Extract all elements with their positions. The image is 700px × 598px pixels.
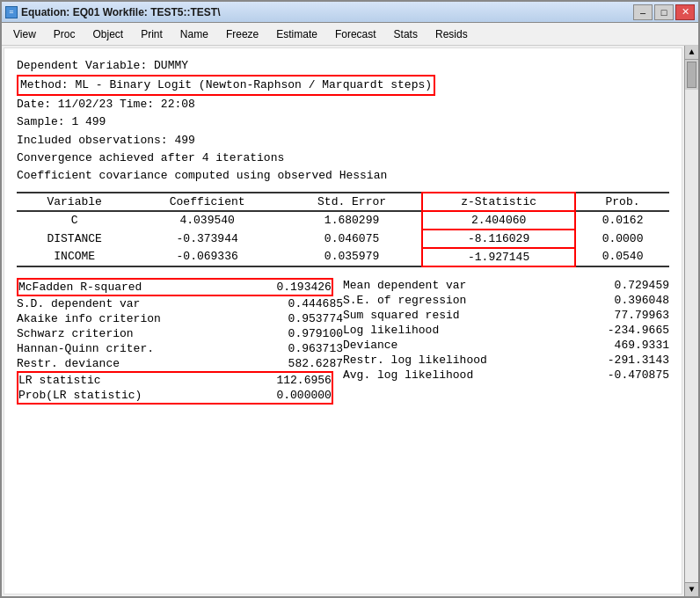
restr-dev-row: Restr. deviance 582.6287 — [17, 356, 343, 371]
mean-dep-label: Mean dependent var — [343, 279, 590, 292]
menu-bar: ViewProcObjectPrintNameFreezeEstimateFor… — [2, 23, 698, 46]
title-bar-left: = Equation: EQ01 Workfile: TEST5::TEST\ — [5, 6, 220, 18]
schwarz-row: Schwarz criterion 0.979100 — [17, 326, 343, 341]
var-c: C — [17, 211, 132, 230]
log-like-row: Log likelihood -234.9665 — [343, 323, 669, 338]
table-header-row: Variable Coefficient Std. Error z-Statis… — [17, 193, 669, 211]
menu-item-freeze[interactable]: Freeze — [218, 26, 266, 43]
sum-sq-row: Sum squared resid 77.79963 — [343, 308, 669, 323]
restr-log-row: Restr. log likelihood -291.3143 — [343, 353, 669, 368]
content-wrapper: Dependent Variable: DUMMY Method: ML - B… — [2, 46, 698, 596]
sd-dep-var-row: S.D. dependent var 0.444685 — [17, 296, 343, 311]
menu-item-proc[interactable]: Proc — [46, 26, 84, 43]
log-like-label: Log likelihood — [343, 324, 590, 337]
scroll-down-button[interactable]: ▼ — [685, 582, 698, 596]
sample-line: Sample: 1 499 — [17, 113, 669, 131]
sd-dep-value: 0.444685 — [264, 297, 343, 310]
hq-label: Hannan-Quinn criter. — [17, 342, 264, 355]
lr-stat-value: 112.6956 — [252, 374, 332, 387]
akaike-row: Akaike info criterion 0.953774 — [17, 311, 343, 326]
menu-item-view[interactable]: View — [5, 26, 44, 43]
mcfadden-value: 0.193426 — [252, 281, 332, 294]
lr-box: LR statistic 112.6956 Prob(LR statistic)… — [17, 371, 333, 405]
method-box: Method: ML - Binary Logit (Newton-Raphso… — [17, 75, 435, 96]
prob-lr-value: 0.000000 — [252, 389, 332, 402]
avg-log-value: -0.470875 — [590, 368, 669, 382]
se-reg-value: 0.396048 — [590, 294, 669, 307]
menu-item-estimate[interactable]: Estimate — [268, 26, 325, 43]
scrollbar-thumb[interactable] — [687, 62, 696, 88]
window-icon: = — [5, 6, 18, 18]
main-content: Dependent Variable: DUMMY Method: ML - B… — [4, 47, 682, 594]
sd-dep-label: S.D. dependent var — [17, 297, 264, 310]
se-reg-label: S.E. of regression — [343, 294, 590, 307]
zstat-income: -1.927145 — [422, 248, 575, 266]
hq-row: Hannan-Quinn criter. 0.963713 — [17, 341, 343, 356]
table-row: C 4.039540 1.680299 2.404060 0.0162 — [17, 211, 669, 230]
deviance-value: 469.9331 — [590, 339, 669, 352]
bottom-right: Mean dependent var 0.729459 S.E. of regr… — [343, 278, 669, 405]
close-button[interactable]: ✕ — [675, 4, 695, 20]
prob-distance: 0.0000 — [575, 230, 669, 248]
col-coefficient: Coefficient — [132, 193, 282, 211]
avg-log-label: Avg. log likelihood — [343, 368, 590, 382]
hq-value: 0.963713 — [264, 342, 343, 355]
main-window: = Equation: EQ01 Workfile: TEST5::TEST\ … — [0, 0, 700, 598]
restr-log-label: Restr. log likelihood — [343, 354, 590, 367]
mcfadden-box: McFadden R-squared 0.193426 — [17, 278, 333, 296]
log-like-value: -234.9665 — [590, 324, 669, 337]
schwarz-value: 0.979100 — [264, 327, 343, 340]
date-line: Date: 11/02/23 Time: 22:08 — [17, 96, 669, 113]
col-variable: Variable — [17, 193, 132, 211]
stderr-distance: 0.046075 — [282, 230, 422, 248]
scrollbar[interactable]: ▲ ▼ — [684, 46, 698, 596]
stderr-income: 0.035979 — [282, 248, 422, 266]
scroll-up-button[interactable]: ▲ — [685, 46, 698, 60]
prob-c: 0.0162 — [575, 211, 669, 230]
header-info: Dependent Variable: DUMMY Method: ML - B… — [17, 57, 669, 185]
convergence-line: Convergence achieved after 4 iterations — [17, 150, 669, 167]
title-buttons: – □ ✕ — [633, 4, 695, 20]
schwarz-label: Schwarz criterion — [17, 327, 264, 340]
zstat-distance: -8.116029 — [422, 230, 575, 248]
sum-sq-value: 77.79963 — [590, 309, 669, 322]
prob-lr-label: Prob(LR statistic) — [18, 389, 252, 402]
avg-log-row: Avg. log likelihood -0.470875 — [343, 368, 669, 383]
mcfadden-row: McFadden R-squared 0.193426 — [18, 280, 332, 295]
var-distance: DISTANCE — [17, 230, 132, 248]
bottom-left: McFadden R-squared 0.193426 S.D. depende… — [17, 273, 343, 405]
maximize-button[interactable]: □ — [654, 4, 674, 20]
menu-item-print[interactable]: Print — [133, 26, 171, 43]
minimize-button[interactable]: – — [633, 4, 653, 20]
menu-item-object[interactable]: Object — [84, 26, 131, 43]
akaike-value: 0.953774 — [264, 312, 343, 325]
se-reg-row: S.E. of regression 0.396048 — [343, 293, 669, 308]
menu-item-forecast[interactable]: Forecast — [327, 26, 384, 43]
mean-dep-value: 0.729459 — [590, 279, 669, 292]
prob-lr-row: Prob(LR statistic) 0.000000 — [18, 388, 332, 403]
restr-dev-label: Restr. deviance — [17, 357, 264, 370]
restr-dev-value: 582.6287 — [264, 357, 343, 370]
restr-log-value: -291.3143 — [590, 354, 669, 367]
table-row: DISTANCE -0.373944 0.046075 -8.116029 0.… — [17, 230, 669, 248]
akaike-label: Akaike info criterion — [17, 312, 264, 325]
bottom-stats: McFadden R-squared 0.193426 S.D. depende… — [17, 273, 669, 405]
prob-income: 0.0540 — [575, 248, 669, 266]
coeff-c: 4.039540 — [132, 211, 282, 230]
mean-dep-row: Mean dependent var 0.729459 — [343, 278, 669, 293]
menu-item-name[interactable]: Name — [172, 26, 216, 43]
menu-item-stats[interactable]: Stats — [386, 26, 426, 43]
coeff-income: -0.069336 — [132, 248, 282, 266]
col-stderr: Std. Error — [282, 193, 422, 211]
deviance-label: Deviance — [343, 339, 590, 352]
stderr-c: 1.680299 — [282, 211, 422, 230]
lr-stat-label: LR statistic — [18, 374, 252, 387]
menu-item-resids[interactable]: Resids — [427, 26, 476, 43]
covariance-line: Coefficient covariance computed using ob… — [17, 167, 669, 185]
included-line: Included observations: 499 — [17, 132, 669, 150]
window-title: Equation: EQ01 Workfile: TEST5::TEST\ — [21, 6, 220, 18]
dependent-var-line: Dependent Variable: DUMMY — [17, 57, 669, 75]
col-prob: Prob. — [575, 193, 669, 211]
deviance-row: Deviance 469.9331 — [343, 338, 669, 353]
mcfadden-label: McFadden R-squared — [18, 281, 252, 294]
